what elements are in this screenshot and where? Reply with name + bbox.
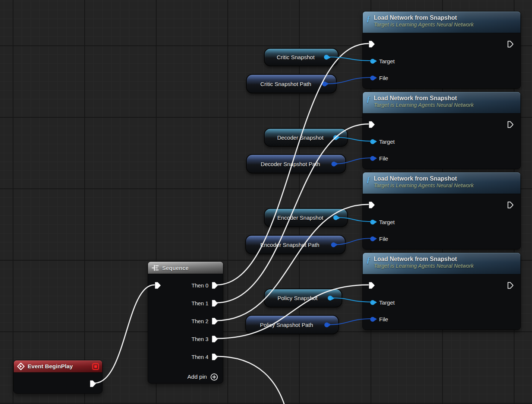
exec-out-pin[interactable] bbox=[507, 41, 514, 48]
node-event-beginplay[interactable]: Event BeginPlay bbox=[13, 360, 103, 394]
exec-in-pin[interactable] bbox=[369, 41, 375, 48]
node-title: Load Network from Snapshot bbox=[374, 175, 474, 182]
node-subtitle: Target is Learning Agents Neural Network bbox=[374, 102, 474, 108]
pin-label: Then 3 bbox=[192, 336, 208, 342]
pin-label: Then 2 bbox=[192, 318, 208, 324]
add-pin-button[interactable]: Add pin bbox=[187, 373, 218, 381]
exec-out-pin[interactable] bbox=[507, 121, 514, 128]
variable-node-policy-snapshot-path[interactable]: Policy Snapshot Path bbox=[245, 315, 339, 334]
pin-label: Target bbox=[379, 139, 395, 145]
variable-label: Policy Snapshot Path bbox=[260, 322, 324, 328]
exec-in-pin[interactable] bbox=[155, 282, 161, 289]
variable-label: Policy Snapshot bbox=[277, 295, 329, 301]
pin-label: Target bbox=[379, 58, 395, 64]
output-pin[interactable] bbox=[324, 322, 329, 327]
file-pin[interactable] bbox=[370, 236, 375, 241]
wire-then4-offscreen[interactable] bbox=[216, 356, 288, 404]
then-pin-row: Then 0 bbox=[192, 282, 218, 289]
output-pin[interactable] bbox=[333, 215, 338, 220]
variable-node-encoder-snapshot[interactable]: Encoder Snapshot bbox=[264, 208, 348, 227]
target-pin[interactable] bbox=[370, 300, 375, 305]
target-pin[interactable] bbox=[370, 59, 375, 64]
variable-node-encoder-snapshot-path[interactable]: Encoder Snapshot Path bbox=[245, 235, 346, 254]
node-title: Sequence bbox=[162, 265, 189, 271]
variable-label: Critic Snapshot Path bbox=[260, 81, 322, 87]
add-pin-icon bbox=[210, 373, 218, 381]
file-pin[interactable] bbox=[370, 76, 375, 80]
pin-label: Then 1 bbox=[192, 300, 208, 306]
variable-node-policy-snapshot[interactable]: Policy Snapshot bbox=[264, 289, 342, 308]
node-load-network-from-snapshot-3[interactable]: ƒ Load Network from Snapshot Target is L… bbox=[362, 172, 521, 249]
output-pin[interactable] bbox=[324, 55, 329, 60]
node-header: Sequence bbox=[148, 262, 223, 274]
node-load-network-from-snapshot-1[interactable]: ƒ Load Network from Snapshot Target is L… bbox=[362, 11, 521, 89]
node-header: ƒ Load Network from Snapshot Target is L… bbox=[363, 92, 520, 114]
exec-out-pin[interactable] bbox=[90, 380, 96, 387]
variable-label: Decoder Snapshot bbox=[277, 134, 334, 141]
pin-label: Then 0 bbox=[192, 283, 208, 289]
event-icon bbox=[17, 363, 25, 370]
then-0-pin[interactable] bbox=[212, 282, 218, 289]
then-pin-row: Then 1 bbox=[192, 300, 218, 307]
variable-label: Decoder Snapshot Path bbox=[261, 161, 331, 167]
target-pin[interactable] bbox=[370, 220, 375, 225]
graph-canvas[interactable]: Critic Snapshot Critic Snapshot Path Dec… bbox=[0, 0, 532, 404]
add-pin-label: Add pin bbox=[187, 373, 207, 380]
variable-node-decoder-snapshot-path[interactable]: Decoder Snapshot Path bbox=[246, 154, 346, 174]
output-pin[interactable] bbox=[328, 296, 333, 300]
then-pin-row: Then 4 bbox=[192, 353, 218, 360]
node-load-network-from-snapshot-2[interactable]: ƒ Load Network from Snapshot Target is L… bbox=[362, 92, 521, 169]
pin-label: File bbox=[379, 75, 388, 81]
variable-node-critic-snapshot-path[interactable]: Critic Snapshot Path bbox=[246, 74, 337, 93]
node-sequence[interactable]: Sequence Then 0 Then 1 Then 2 Then 3 The… bbox=[148, 261, 223, 384]
event-red-square-icon bbox=[92, 363, 99, 370]
pin-label: File bbox=[379, 316, 388, 322]
variable-node-decoder-snapshot[interactable]: Decoder Snapshot bbox=[264, 128, 348, 147]
variable-label: Encoder Snapshot Path bbox=[260, 242, 330, 248]
pin-label: Then 4 bbox=[192, 354, 208, 360]
file-pin[interactable] bbox=[370, 317, 375, 322]
node-subtitle: Target is Learning Agents Neural Network bbox=[374, 22, 474, 28]
output-pin[interactable] bbox=[333, 135, 338, 140]
node-subtitle: Target is Learning Agents Neural Network bbox=[374, 263, 474, 269]
exec-in-pin[interactable] bbox=[369, 282, 375, 289]
pin-label: File bbox=[379, 236, 388, 242]
function-icon: ƒ bbox=[366, 256, 371, 264]
node-title: Event BeginPlay bbox=[28, 363, 89, 370]
function-icon: ƒ bbox=[366, 176, 371, 184]
then-3-pin[interactable] bbox=[212, 335, 218, 343]
target-pin[interactable] bbox=[370, 139, 375, 144]
output-pin[interactable] bbox=[322, 82, 327, 86]
node-header: ƒ Load Network from Snapshot Target is L… bbox=[363, 12, 520, 33]
node-header: ƒ Load Network from Snapshot Target is L… bbox=[363, 253, 520, 274]
node-title: Load Network from Snapshot bbox=[374, 14, 474, 21]
then-4-pin[interactable] bbox=[212, 353, 218, 360]
sequence-icon bbox=[152, 265, 159, 271]
output-pin[interactable] bbox=[331, 162, 336, 166]
then-pin-row: Then 3 bbox=[192, 335, 218, 343]
file-pin[interactable] bbox=[370, 156, 375, 161]
pin-label: Target bbox=[379, 299, 395, 306]
node-title: Load Network from Snapshot bbox=[374, 95, 474, 102]
exec-in-pin[interactable] bbox=[369, 201, 375, 209]
wire-beginplay-to-sequence[interactable] bbox=[94, 285, 154, 383]
variable-node-critic-snapshot[interactable]: Critic Snapshot bbox=[264, 48, 339, 66]
exec-in-pin[interactable] bbox=[369, 121, 375, 128]
pin-label: Target bbox=[379, 219, 395, 225]
node-title: Load Network from Snapshot bbox=[374, 255, 474, 263]
function-icon: ƒ bbox=[366, 15, 371, 23]
then-2-pin[interactable] bbox=[212, 318, 218, 325]
then-pin-row: Then 2 bbox=[192, 318, 218, 325]
node-header: Event BeginPlay bbox=[14, 360, 102, 373]
node-header: ƒ Load Network from Snapshot Target is L… bbox=[363, 172, 520, 194]
variable-label: Encoder Snapshot bbox=[277, 214, 334, 221]
then-1-pin[interactable] bbox=[212, 300, 218, 307]
variable-label: Critic Snapshot bbox=[277, 54, 326, 60]
exec-out-pin[interactable] bbox=[507, 282, 514, 289]
node-load-network-from-snapshot-4[interactable]: ƒ Load Network from Snapshot Target is L… bbox=[362, 252, 521, 330]
pin-label: File bbox=[379, 155, 388, 162]
output-pin[interactable] bbox=[331, 242, 336, 247]
node-subtitle: Target is Learning Agents Neural Network bbox=[374, 182, 474, 188]
function-icon: ƒ bbox=[366, 95, 371, 103]
exec-out-pin[interactable] bbox=[507, 201, 514, 209]
